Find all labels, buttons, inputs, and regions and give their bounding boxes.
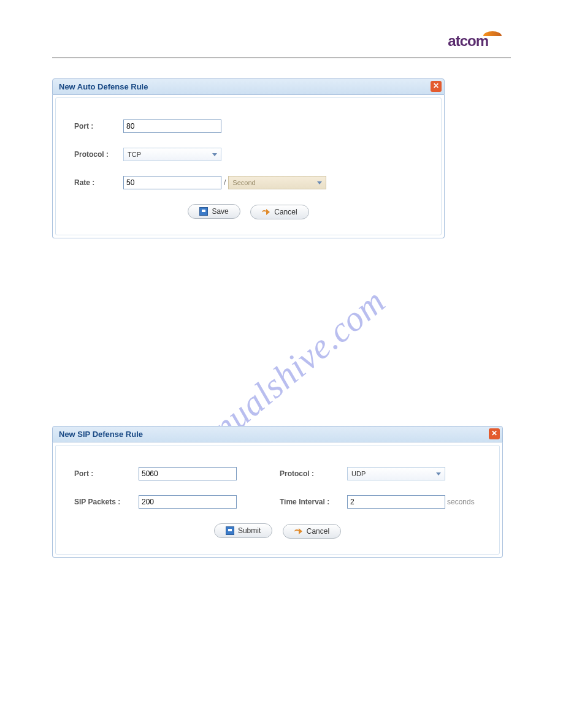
save-button[interactable]: Save [188, 204, 240, 219]
protocol-value: UDP [351, 470, 366, 477]
cancel-button[interactable]: Cancel [250, 205, 308, 219]
protocol-value: TCP [128, 151, 141, 158]
rate-row: Rate : / Second [74, 176, 423, 189]
rate-unit-value: Second [232, 179, 255, 186]
protocol-label: Protocol : [74, 150, 123, 159]
rate-unit-select[interactable]: Second [228, 176, 326, 189]
packets-pair: SIP Packets : [74, 495, 237, 509]
protocol-select[interactable]: TCP [123, 148, 221, 161]
brand-logo: atcom [448, 32, 502, 50]
interval-suffix: seconds [447, 498, 475, 506]
cancel-label: Cancel [307, 527, 329, 536]
row-1: Port : Protocol : UDP [74, 467, 481, 480]
interval-pair: Time Interval : seconds [280, 495, 475, 509]
panel-title-bar: New Auto Defense Rule ✕ [52, 78, 445, 95]
panel-body: Port : Protocol : TCP Rate : / Second [52, 95, 445, 238]
auto-defense-panel: New Auto Defense Rule ✕ Port : Protocol … [52, 78, 445, 238]
row-2: SIP Packets : Time Interval : seconds [74, 495, 481, 509]
port-label: Port : [74, 469, 139, 478]
port-pair: Port : [74, 467, 237, 480]
panel-inner: Port : Protocol : TCP Rate : / Second [55, 97, 442, 235]
brand-text: atcom [448, 32, 488, 49]
submit-label: Submit [238, 526, 261, 535]
port-input[interactable] [139, 467, 237, 480]
page-header: atcom [52, 28, 511, 58]
arrow-icon [294, 528, 303, 535]
interval-input[interactable] [347, 495, 445, 509]
button-row: Submit Cancel [74, 523, 481, 539]
panel-title: New SIP Defense Rule [59, 430, 143, 439]
protocol-row: Protocol : TCP [74, 148, 423, 161]
save-icon [226, 526, 234, 535]
cancel-button[interactable]: Cancel [283, 524, 341, 539]
panel-title-bar: New SIP Defense Rule ✕ [52, 426, 503, 442]
rate-input[interactable] [123, 176, 221, 189]
cancel-label: Cancel [274, 208, 297, 216]
button-row: Save Cancel [74, 204, 423, 219]
panel-title: New Auto Defense Rule [59, 82, 148, 91]
rate-label: Rate : [74, 178, 123, 187]
panel-inner: Port : Protocol : UDP SIP Packets : Time… [55, 445, 500, 555]
protocol-select[interactable]: UDP [347, 467, 445, 480]
rate-slash: / [224, 178, 226, 187]
sip-defense-panel: New SIP Defense Rule ✕ Port : Protocol :… [52, 426, 503, 558]
close-icon[interactable]: ✕ [489, 428, 500, 439]
protocol-pair: Protocol : UDP [280, 467, 445, 480]
panel-body: Port : Protocol : UDP SIP Packets : Time… [52, 442, 503, 558]
submit-button[interactable]: Submit [214, 523, 272, 538]
save-icon [199, 207, 208, 216]
port-input[interactable] [123, 119, 221, 133]
close-icon[interactable]: ✕ [431, 81, 442, 92]
packets-input[interactable] [139, 495, 237, 509]
packets-label: SIP Packets : [74, 498, 139, 506]
interval-label: Time Interval : [280, 498, 347, 506]
logo-swoosh-icon [483, 31, 502, 36]
save-label: Save [212, 207, 228, 216]
protocol-label: Protocol : [280, 469, 347, 478]
port-row: Port : [74, 119, 423, 133]
arrow-icon [262, 208, 270, 216]
port-label: Port : [74, 122, 123, 131]
